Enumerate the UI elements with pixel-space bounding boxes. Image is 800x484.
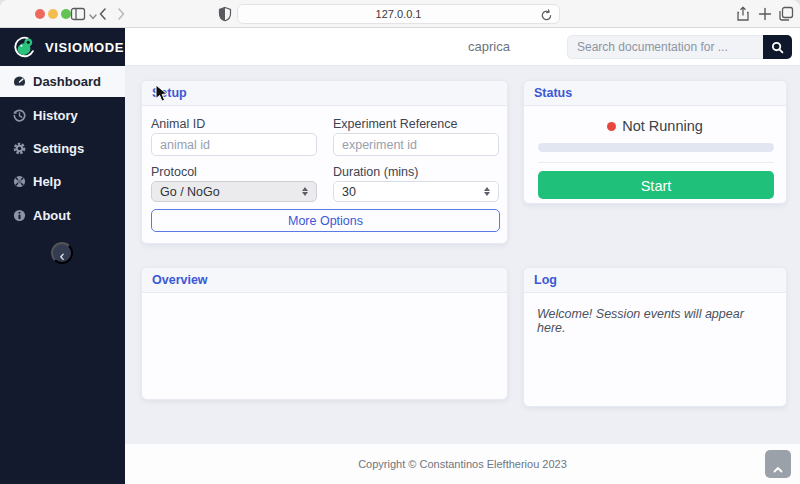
privacy-shield-icon[interactable] (217, 6, 233, 22)
status-card: Status Not Running Start (523, 80, 787, 204)
duration-input[interactable]: 30 (333, 181, 499, 202)
info-icon (13, 209, 26, 222)
tab-overview-icon[interactable] (778, 6, 794, 22)
search-button[interactable] (763, 35, 792, 59)
sidebar-item-label: About (33, 208, 71, 223)
chevron-up-icon (773, 461, 783, 468)
minimize-window-button[interactable] (48, 9, 58, 19)
main-content: Setup Animal ID Experiment Reference Pro… (125, 66, 800, 484)
address-bar[interactable]: 127.0.0.1 (237, 4, 560, 24)
overview-card: Overview (141, 267, 508, 400)
forward-icon[interactable] (113, 6, 129, 22)
new-tab-icon[interactable] (757, 6, 773, 22)
status-card-title: Status (524, 81, 786, 106)
protocol-select[interactable]: Go / NoGo (151, 181, 317, 202)
start-button[interactable]: Start (538, 171, 774, 199)
sidebar-item-settings[interactable]: Settings (0, 133, 125, 164)
sidebar-item-label: Settings (33, 141, 84, 156)
search-icon (771, 41, 784, 54)
divider (538, 162, 774, 163)
sidebar-item-history[interactable]: History (0, 100, 125, 131)
experiment-reference-input[interactable] (333, 133, 499, 156)
animal-id-input[interactable] (151, 133, 317, 156)
log-card: Log Welcome! Session events will appear … (523, 267, 787, 407)
search-input[interactable] (567, 35, 763, 59)
footer: Copyright © Constantinos Eleftheriou 202… (125, 444, 800, 484)
share-icon[interactable] (735, 6, 751, 22)
hostname-label: caprica (468, 28, 510, 66)
sidebar-collapse-button[interactable] (51, 242, 73, 264)
overview-card-title: Overview (142, 268, 507, 293)
protocol-selected-value: Go / NoGo (160, 185, 220, 199)
sidebar-item-about[interactable]: About (0, 200, 125, 231)
copyright-text: Copyright © Constantinos Eleftheriou 202… (125, 444, 800, 484)
topbar: caprica (125, 28, 800, 66)
number-stepper-icon[interactable] (484, 187, 490, 196)
status-state-text: Not Running (622, 118, 703, 134)
app-brand[interactable]: VISIOMODE (0, 28, 125, 66)
status-dot-icon (607, 122, 616, 131)
more-options-button[interactable]: More Options (151, 209, 500, 232)
visiomode-logo-icon (12, 34, 38, 60)
back-icon[interactable] (95, 6, 111, 22)
life-ring-icon (13, 175, 26, 188)
search-group (567, 35, 792, 59)
close-window-button[interactable] (35, 9, 45, 19)
setup-card: Setup Animal ID Experiment Reference Pro… (141, 80, 508, 244)
sidebar-item-label: History (33, 108, 78, 123)
sidebar: Dashboard History Settings Help About (0, 66, 125, 484)
brand-name: VISIOMODE (45, 40, 124, 55)
browser-chrome: 127.0.0.1 (0, 0, 800, 28)
sidebar-item-label: Dashboard (33, 74, 101, 89)
reload-icon[interactable] (540, 8, 553, 21)
history-icon (13, 109, 26, 122)
duration-value: 30 (342, 185, 356, 199)
browser-window: 127.0.0.1 VISIOMODE capric (0, 0, 800, 484)
log-card-title: Log (524, 268, 786, 293)
session-progress-bar (538, 143, 774, 152)
protocol-label: Protocol (151, 165, 197, 179)
chevron-left-icon (59, 248, 65, 258)
url-text: 127.0.0.1 (376, 8, 422, 20)
duration-label: Duration (mins) (333, 165, 418, 179)
animal-id-label: Animal ID (151, 117, 205, 131)
select-stepper-icon (302, 187, 308, 196)
session-state: Not Running (524, 118, 786, 134)
scroll-to-top-button[interactable] (765, 450, 791, 478)
tachometer-icon (13, 75, 26, 88)
sidebar-item-label: Help (33, 174, 61, 189)
log-welcome-message: Welcome! Session events will appear here… (537, 307, 775, 335)
sidebar-toggle-icon[interactable] (70, 6, 86, 22)
experiment-reference-label: Experiment Reference (333, 117, 457, 131)
sidebar-item-dashboard[interactable]: Dashboard (0, 66, 125, 97)
gear-icon (13, 142, 26, 155)
sidebar-item-help[interactable]: Help (0, 166, 125, 197)
setup-card-title: Setup (142, 81, 507, 106)
